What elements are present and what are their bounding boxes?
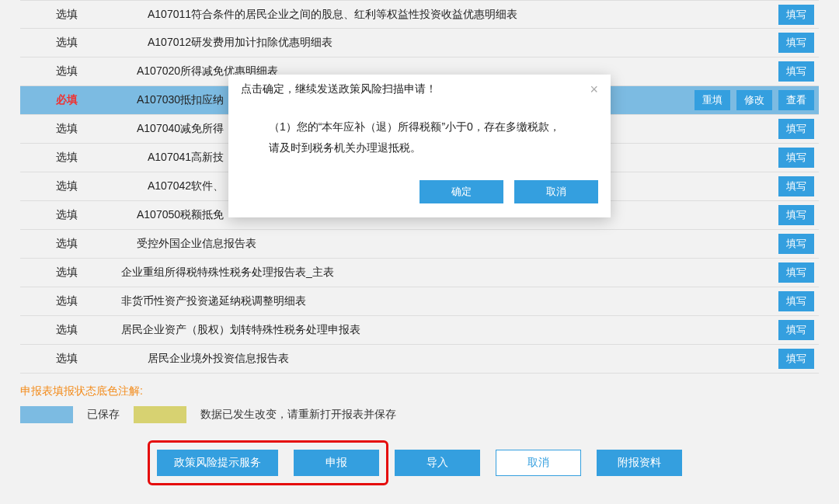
row-actions: 填写: [778, 349, 819, 369]
form-name: A107012研发费用加计扣除优惠明细表: [113, 36, 778, 50]
fill-button[interactable]: 填写: [778, 61, 814, 82]
table-row: 选填A107012研发费用加计扣除优惠明细表填写: [20, 29, 819, 57]
modal-header: 点击确定，继续发送政策风险扫描申请！ ×: [228, 75, 611, 104]
fill-button[interactable]: 填写: [778, 234, 814, 254]
status-optional: 选填: [20, 352, 113, 366]
legend-title: 申报表填报状态底色注解:: [20, 384, 819, 398]
fill-button[interactable]: 填写: [778, 320, 814, 340]
row-actions: 填写: [778, 234, 819, 254]
modal-body: （1）您的“本年应补（退）所得税额”小于0，存在多缴税款，请及时到税务机关办理退…: [228, 104, 611, 172]
legend-dirty-label: 数据已发生改变，请重新打开报表并保存: [200, 408, 396, 422]
table-row: 选填居民企业资产（股权）划转特殊性税务处理申报表填写: [20, 316, 819, 345]
modal-footer: 确定 取消: [228, 172, 611, 217]
row-actions: 填写: [778, 205, 819, 225]
fill-button[interactable]: 填写: [778, 205, 814, 225]
footer-actions: 政策风险提示服务 申报 导入 取消 附报资料: [0, 450, 839, 476]
close-icon[interactable]: ×: [590, 82, 598, 96]
refill-button[interactable]: 重填: [695, 90, 730, 110]
table-row: 选填居民企业境外投资信息报告表填写: [20, 345, 819, 374]
status-optional: 选填: [20, 36, 113, 50]
row-actions: 填写: [778, 176, 819, 196]
status-optional: 选填: [20, 323, 113, 337]
row-actions: 填写: [778, 119, 819, 139]
declare-button[interactable]: 申报: [294, 450, 379, 476]
confirm-modal: 点击确定，继续发送政策风险扫描申请！ × （1）您的“本年应补（退）所得税额”小…: [228, 75, 611, 217]
import-button[interactable]: 导入: [395, 450, 480, 476]
edit-button[interactable]: 修改: [736, 90, 772, 110]
status-optional: 选填: [20, 151, 113, 165]
table-row: 选填受控外国企业信息报告表填写: [20, 230, 819, 259]
status-optional: 选填: [20, 64, 113, 78]
legend: 申报表填报状态底色注解: 已保存 数据已发生改变，请重新打开报表并保存: [0, 374, 839, 429]
fill-button[interactable]: 填写: [778, 349, 814, 369]
form-name: 居民企业资产（股权）划转特殊性税务处理申报表: [113, 323, 778, 337]
status-optional: 选填: [20, 237, 113, 251]
view-button[interactable]: 查看: [778, 90, 814, 110]
form-name: 居民企业境外投资信息报告表: [113, 352, 778, 366]
risk-service-button[interactable]: 政策风险提示服务: [157, 450, 278, 476]
fill-button[interactable]: 填写: [778, 262, 814, 283]
table-row: 选填非货币性资产投资递延纳税调整明细表填写: [20, 287, 819, 316]
row-actions: 填写: [778, 33, 819, 53]
row-actions: 填写: [778, 291, 819, 311]
form-name: 企业重组所得税特殊性税务处理报告表_主表: [113, 266, 778, 280]
status-optional: 选填: [20, 208, 113, 222]
swatch-saved: [20, 406, 73, 423]
modal-cancel-button[interactable]: 取消: [514, 180, 598, 203]
row-actions: 填写: [778, 148, 819, 168]
fill-button[interactable]: 填写: [778, 33, 814, 53]
row-actions: 填写: [778, 5, 819, 25]
status-optional: 选填: [20, 294, 113, 308]
fill-button[interactable]: 填写: [778, 5, 814, 25]
fill-button[interactable]: 填写: [778, 176, 814, 196]
status-optional: 选填: [20, 179, 113, 193]
fill-button[interactable]: 填写: [778, 148, 814, 168]
fill-button[interactable]: 填写: [778, 119, 814, 139]
modal-title: 点击确定，继续发送政策风险扫描申请！: [241, 82, 437, 96]
legend-saved-label: 已保存: [87, 408, 120, 422]
status-optional: 选填: [20, 266, 113, 280]
fill-button[interactable]: 填写: [778, 291, 814, 311]
swatch-dirty: [134, 406, 186, 423]
row-actions: 填写: [778, 61, 819, 82]
attach-button[interactable]: 附报资料: [597, 450, 682, 476]
row-actions: 填写: [778, 262, 819, 283]
modal-ok-button[interactable]: 确定: [420, 180, 503, 203]
table-row: 选填企业重组所得税特殊性税务处理报告表_主表填写: [20, 259, 819, 287]
table-row: 选填A107011符合条件的居民企业之间的股息、红利等权益性投资收益优惠明细表填…: [20, 0, 819, 29]
legend-row: 已保存 数据已发生改变，请重新打开报表并保存: [20, 406, 819, 423]
cancel-button[interactable]: 取消: [496, 450, 581, 476]
row-actions: 重填修改查看: [695, 90, 819, 110]
form-name: 受控外国企业信息报告表: [113, 237, 778, 251]
form-name: 非货币性资产投资递延纳税调整明细表: [113, 294, 778, 308]
status-required: 必填: [20, 93, 113, 107]
status-optional: 选填: [20, 122, 113, 136]
row-actions: 填写: [778, 320, 819, 340]
status-optional: 选填: [20, 8, 113, 22]
form-name: A107011符合条件的居民企业之间的股息、红利等权益性投资收益优惠明细表: [113, 8, 778, 22]
